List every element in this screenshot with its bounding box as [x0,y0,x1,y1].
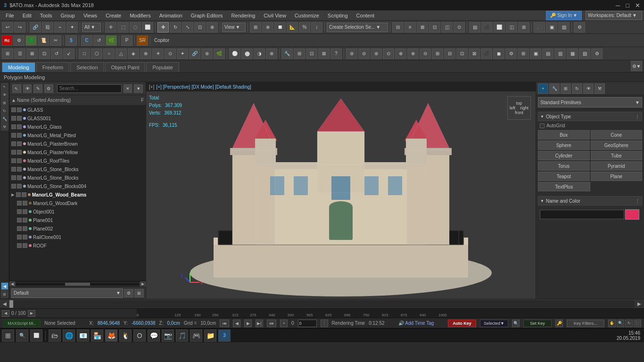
freeze-icon-manorlg-glass[interactable] [17,124,22,129]
scene-item-stone-blocks-2[interactable]: ManorLG_Stone_Blocks [9,173,146,182]
menu-graph-editors[interactable]: Graph Editors [187,12,227,19]
tool3-17[interactable]: ⊛ [201,49,213,59]
taskbar-store[interactable]: 🏪 [91,329,103,342]
primitives-dropdown[interactable]: Standard Primitives ▼ [538,97,642,107]
taskbar-music[interactable]: 🎵 [176,329,188,342]
taskbar-mail[interactable]: 📧 [77,329,89,342]
sign-in-button[interactable]: 🔑 Sign In ▼ [546,11,582,20]
menu-create[interactable]: Create [102,12,125,19]
tool3-5[interactable]: ↺ [51,49,62,59]
tool3-6[interactable]: ↙ [63,49,74,59]
start-button[interactable]: ⊞ [2,329,14,342]
vis-icon-stone-blocks-3[interactable] [11,184,16,189]
ot-torus-button[interactable]: Torus [538,161,590,171]
tool3-9[interactable]: ○ [103,49,115,59]
ot-pyramid-button[interactable]: Pyramid [591,161,643,171]
bind-button[interactable]: ⌁ [54,22,66,33]
tree-button[interactable]: 🌿 [106,35,117,46]
menu-rendering[interactable]: Rendering [228,12,259,19]
vis-icon-plaster-brown[interactable] [11,141,16,146]
minimize-button[interactable]: ─ [616,2,620,9]
percent-snap-button[interactable]: % [299,22,310,33]
zoom-in-button[interactable]: 🔍 [512,320,520,327]
vis-icon-stone-blocks-2[interactable] [11,175,16,180]
lasso-select-button[interactable]: ◌ [130,22,141,33]
scene-item-stone-blocks-1[interactable]: ManorLG_Stone_Blocks [9,165,146,173]
create-selection-dropdown[interactable]: Create Selection Se... ▼ [327,23,388,32]
scene-item-roof-tiles[interactable]: ManorLG_RoofTiles [9,156,146,165]
rp-tab-create[interactable]: + [538,83,548,94]
menu-customize[interactable]: Customize [291,12,323,19]
menu-modifiers[interactable]: Modifiers [126,12,155,19]
scene-item-glass001[interactable]: GLASS001 [9,114,146,123]
scene-list-header[interactable]: ▲ Name (Sorted Ascending) F [9,95,146,106]
vis-icon-manorlg-glass[interactable] [11,124,16,129]
rp-tab-modify[interactable]: 🔧 [549,83,560,94]
freeze-icon-stone-blocks-1[interactable] [17,167,22,172]
object-color-swatch[interactable] [625,209,639,220]
tool3-43[interactable]: ▣ [530,49,541,59]
tool3-28[interactable]: ⊚ [346,49,357,59]
scene-item-stone-blocks-3[interactable]: ManorLG_Stone_Blocks004 [9,182,146,190]
freeze-icon-plaster-brown[interactable] [17,141,22,146]
isolate-button[interactable]: ⊙ [454,22,465,33]
autogrid-checkbox[interactable] [540,123,545,128]
angle-snap-button[interactable]: 📐 [287,22,298,33]
tool3-39[interactable]: ⬛ [481,49,492,59]
tool3-24[interactable]: ⊞ [294,49,305,59]
ot-teapot-button[interactable]: Teapot [538,172,590,181]
layer-options2-button[interactable]: ⊞ [134,289,144,297]
lp-customize-button[interactable]: ⚙ [44,84,53,93]
vis-icon-plane001[interactable] [17,218,22,222]
place-button[interactable]: ⊕ [206,22,218,33]
vis-icon-object001[interactable] [17,209,22,214]
freeze-icon-metal[interactable] [17,133,22,138]
scene-item-plaster-brown[interactable]: ManorLG_PlasterBrown [9,140,146,148]
ls-modify-icon[interactable]: 🔧 [1,115,8,123]
tool3-12[interactable]: ⊕ [140,49,151,59]
scene-item-wooddark[interactable]: ManorLG_WoodDark [9,199,146,207]
time-slider-left-button[interactable]: ◀ [0,301,9,306]
taskbar-penguin[interactable]: 🐧 [119,329,132,342]
maximize-button[interactable]: □ [626,2,629,9]
vis-icon-plane002[interactable] [17,226,22,231]
orbit-button[interactable]: ↻ [625,320,633,327]
scene-item-object001[interactable]: Object001 [9,207,146,216]
tool3-33[interactable]: ⊗ [407,49,419,59]
settings-button[interactable]: ⚙ [574,22,585,33]
search-options-button[interactable]: ▼ [134,84,143,93]
layer-options-button[interactable]: ⚙ [124,289,133,297]
normal-align-button[interactable]: ⊡ [429,22,440,33]
freeze-icon-roof[interactable] [23,243,27,248]
ls-utility-icon[interactable]: ⚒ [1,123,8,131]
taskbar-opera[interactable]: O [133,329,146,342]
key-icon-button[interactable]: 🔑 [555,320,563,327]
freeze-icon-plaster-yellow[interactable] [17,150,22,155]
scene-list-hscroll[interactable]: ◀ ▶ [9,281,146,287]
undo-button[interactable]: ↩ [2,22,13,33]
place-highlight-button[interactable]: ◫ [441,22,453,33]
scene-item-plane001[interactable]: Plane001 [9,216,146,224]
tool3-4[interactable]: ⊡ [39,49,50,59]
menu-civil-view[interactable]: Civil View [260,12,289,19]
menu-views[interactable]: Views [80,12,101,19]
unlink-button[interactable]: ⛓ [42,22,53,33]
tool3-44[interactable]: ▤ [542,49,553,59]
menu-tools[interactable]: Tools [36,12,56,19]
ls-bottom-icon2[interactable]: ⊞ [1,290,8,298]
align-view-button[interactable]: ⊠ [417,22,428,33]
menu-scripting[interactable]: Scripting [324,12,352,19]
taskbar-game[interactable]: 🎮 [190,329,202,342]
tool3-42[interactable]: ⊞ [518,49,529,59]
ls-select-icon[interactable]: ↖ [1,83,8,90]
tab-options-button[interactable]: ⚙▼ [631,61,642,71]
tool3-16[interactable]: 🔗 [189,49,200,59]
viewport-layout3[interactable]: ◫ [506,22,517,33]
script-button[interactable]: 📜 [38,35,49,46]
tab-modeling[interactable]: Modeling [2,62,35,72]
tool3-25[interactable]: ⊡ [306,49,317,59]
viewport-layout4[interactable]: ⊞ [518,22,529,33]
scripting2-button[interactable]: ↺ [93,35,105,46]
search-button[interactable]: 🔍 [16,329,28,342]
tool3-26[interactable]: ⊠ [318,49,330,59]
